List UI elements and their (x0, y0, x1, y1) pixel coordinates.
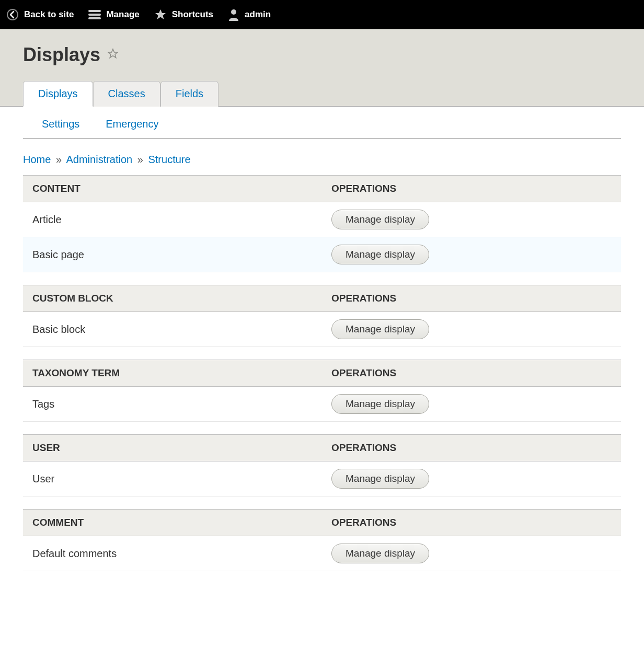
tab-label: Classes (108, 88, 145, 99)
shortcuts-label: Shortcuts (172, 9, 213, 20)
favorite-toggle-icon[interactable] (107, 48, 119, 62)
breadcrumb-separator: » (54, 154, 64, 165)
tab-label: Fields (176, 88, 203, 99)
svg-rect-3 (88, 14, 101, 16)
svg-point-1 (8, 10, 17, 19)
table-row: Basic page Manage display (23, 237, 621, 272)
col-header-operations: Operations (322, 360, 621, 387)
manage-display-button[interactable]: Manage display (331, 245, 429, 264)
user-label: admin (245, 9, 271, 20)
manage-display-button[interactable]: Manage display (331, 210, 429, 229)
col-header-entity: Taxonomy term (23, 360, 322, 387)
tab-fields[interactable]: Fields (160, 81, 218, 107)
table-row: Tags Manage display (23, 387, 621, 422)
primary-tabs: Displays Classes Fields (23, 80, 621, 106)
admin-toolbar: Back to site Manage Shortcuts admin (0, 0, 644, 29)
row-label: Basic page (23, 237, 322, 272)
user-icon (228, 8, 239, 21)
col-header-operations: Operations (322, 510, 621, 536)
page-title: Displays (23, 44, 100, 66)
tab-label: Displays (38, 88, 78, 99)
section-custom-block-table: Custom block Operations Basic block Mana… (23, 285, 621, 347)
breadcrumb-link[interactable]: Administration (66, 154, 133, 165)
back-to-site-label: Back to site (24, 9, 74, 20)
manage-label: Manage (106, 9, 139, 20)
col-header-operations: Operations (322, 435, 621, 461)
table-row: Basic block Manage display (23, 312, 621, 347)
section-taxonomy-table: Taxonomy term Operations Tags Manage dis… (23, 360, 621, 422)
col-header-operations: Operations (322, 285, 621, 312)
row-label: Article (23, 202, 322, 237)
col-header-entity: Comment (23, 510, 322, 536)
section-user-table: User Operations User Manage display (23, 434, 621, 496)
shortcuts-menu[interactable]: Shortcuts (154, 8, 213, 21)
subtab-label: Settings (42, 118, 79, 130)
col-header-entity: Content (23, 176, 322, 202)
breadcrumb-link[interactable]: Home (23, 154, 51, 165)
breadcrumb-link[interactable]: Structure (148, 154, 190, 165)
manage-display-button[interactable]: Manage display (331, 544, 429, 563)
section-comment-table: Comment Operations Default comments Mana… (23, 509, 621, 571)
user-menu[interactable]: admin (228, 8, 271, 21)
svg-rect-2 (88, 10, 101, 12)
table-row: Article Manage display (23, 202, 621, 237)
tab-displays[interactable]: Displays (23, 81, 93, 107)
section-content-table: Content Operations Article Manage displa… (23, 175, 621, 272)
back-arrow-icon (6, 8, 19, 21)
breadcrumb-separator: » (135, 154, 145, 165)
col-header-entity: User (23, 435, 322, 461)
col-header-entity: Custom block (23, 285, 322, 312)
subtab-emergency[interactable]: Emergency (106, 118, 158, 130)
col-header-operations: Operations (322, 176, 621, 202)
star-icon (154, 8, 167, 21)
page-header: Displays Displays Classes Fields (0, 29, 644, 107)
back-to-site-link[interactable]: Back to site (6, 8, 74, 21)
manage-display-button[interactable]: Manage display (331, 469, 429, 489)
row-label: Tags (23, 387, 322, 422)
content-region: Settings Emergency Home » Administration… (0, 107, 644, 605)
manage-menu[interactable]: Manage (88, 9, 139, 20)
table-row: Default comments Manage display (23, 536, 621, 571)
row-label: Default comments (23, 536, 322, 571)
svg-point-5 (231, 9, 236, 15)
svg-rect-4 (88, 17, 101, 19)
manage-display-button[interactable]: Manage display (331, 319, 429, 339)
tab-classes[interactable]: Classes (93, 81, 160, 107)
subtab-settings[interactable]: Settings (42, 118, 79, 130)
row-label: Basic block (23, 312, 322, 347)
hamburger-icon (88, 9, 101, 20)
manage-display-button[interactable]: Manage display (331, 394, 429, 414)
table-row: User Manage display (23, 461, 621, 496)
secondary-tabs: Settings Emergency (23, 107, 621, 139)
breadcrumb: Home » Administration » Structure (23, 139, 621, 175)
row-label: User (23, 461, 322, 496)
subtab-label: Emergency (106, 118, 158, 130)
